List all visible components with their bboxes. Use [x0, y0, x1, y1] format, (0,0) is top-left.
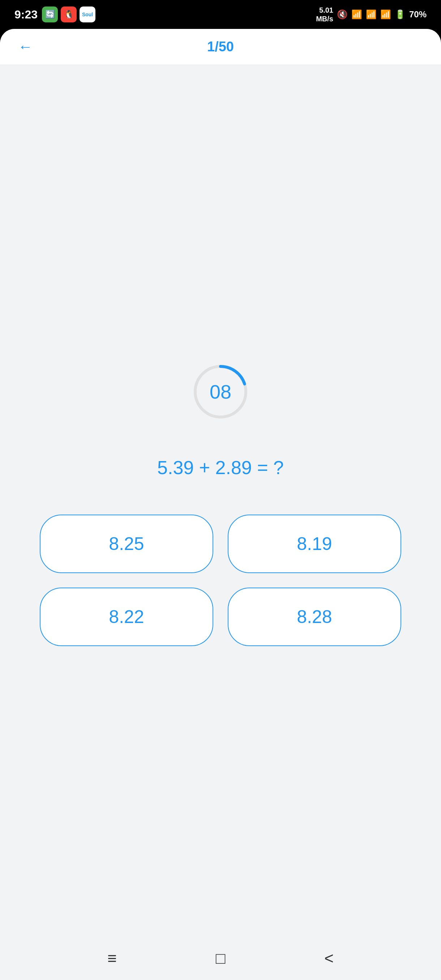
top-bar: ← 1/50 — [0, 29, 441, 65]
battery-percent: 70% — [409, 10, 427, 19]
back-nav-icon[interactable]: < — [314, 944, 343, 973]
home-icon[interactable]: □ — [206, 944, 235, 973]
menu-icon[interactable]: ≡ — [97, 944, 126, 973]
question-text: 5.39 + 2.89 = ? — [157, 457, 284, 479]
app-icon-1: 🔄 — [42, 6, 58, 22]
bottom-nav: ≡ □ < — [0, 937, 441, 980]
mute-icon: 🔇 — [337, 10, 348, 19]
network-speed: 5.01MB/s — [316, 6, 333, 23]
status-time: 9:23 — [14, 8, 38, 21]
status-bar: 9:23 🔄 🐧 Soul 5.01MB/s 🔇 📶 📶 📶 🔋 70% — [0, 0, 441, 29]
back-button[interactable]: ← — [14, 36, 36, 58]
status-right: 5.01MB/s 🔇 📶 📶 📶 🔋 70% — [316, 6, 427, 23]
progress-indicator: 1/50 — [207, 39, 234, 54]
answer-button-4[interactable]: 8.28 — [228, 587, 401, 646]
answer-button-2[interactable]: 8.19 — [228, 515, 401, 573]
wifi-icon: 📶 — [380, 10, 391, 19]
app-icon-2: 🐧 — [61, 6, 76, 22]
main-content: ← 1/50 08 5.39 + 2.89 = ? 8.25 8.19 8.22… — [0, 29, 441, 980]
answer-button-1[interactable]: 8.25 — [40, 515, 213, 573]
timer-value: 08 — [210, 380, 231, 403]
app-icon-soul: Soul — [80, 6, 96, 22]
timer-container: 08 — [184, 356, 256, 428]
signal-icon: 📶 — [351, 10, 362, 19]
status-app-icons: 🔄 🐧 Soul — [42, 6, 96, 22]
answer-button-3[interactable]: 8.22 — [40, 587, 213, 646]
quiz-area: 08 5.39 + 2.89 = ? 8.25 8.19 8.22 8.28 — [0, 65, 441, 937]
status-left: 9:23 🔄 🐧 Soul — [14, 6, 96, 22]
battery-icon: 🔋 — [395, 10, 406, 19]
signal-icon-2: 📶 — [366, 10, 377, 19]
answers-grid: 8.25 8.19 8.22 8.28 — [40, 515, 401, 646]
